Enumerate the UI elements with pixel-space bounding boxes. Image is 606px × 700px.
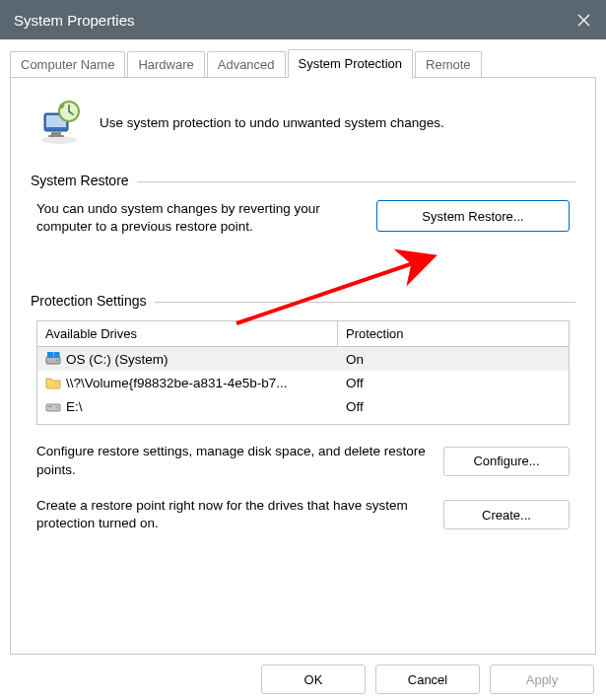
drive-row[interactable]: \\?\Volume{f98832be-a831-4e5b-b7... Off [37, 371, 569, 394]
svg-point-12 [56, 360, 58, 362]
drive-name: E:\ [66, 399, 83, 414]
drives-header: Available Drives Protection [37, 321, 569, 347]
os-drive-icon [45, 351, 61, 367]
drive-row[interactable]: OS (C:) (System) On [37, 347, 569, 371]
drive-protection: On [338, 352, 569, 367]
group-title-restore: System Restore [31, 173, 129, 188]
svg-point-14 [56, 407, 58, 409]
drive-name: OS (C:) (System) [66, 352, 168, 367]
tab-hardware[interactable]: Hardware [127, 51, 204, 77]
intro-text: Use system protection to undo unwanted s… [100, 115, 444, 130]
svg-rect-11 [54, 352, 60, 358]
divider [137, 181, 575, 182]
divider [155, 302, 575, 303]
ok-button[interactable]: OK [261, 665, 366, 694]
close-icon [577, 14, 590, 27]
apply-button[interactable]: Apply [490, 665, 594, 694]
svg-rect-15 [48, 406, 52, 407]
configure-row: Configure restore settings, manage disk … [36, 443, 570, 478]
tab-advanced[interactable]: Advanced [207, 51, 286, 77]
tab-remote[interactable]: Remote [415, 51, 482, 77]
titlebar: System Properties [0, 0, 606, 39]
create-button[interactable]: Create... [443, 500, 570, 529]
close-button[interactable] [561, 0, 606, 39]
tab-panel: Use system protection to undo unwanted s… [10, 77, 596, 655]
configure-text: Configure restore settings, manage disk … [36, 443, 434, 478]
svg-rect-5 [51, 132, 61, 135]
svg-rect-6 [48, 135, 64, 137]
tab-computer-name[interactable]: Computer Name [10, 51, 125, 77]
col-header-drives[interactable]: Available Drives [37, 321, 338, 346]
restore-text: You can undo system changes by reverting… [36, 200, 367, 236]
footer-buttons: OK Cancel Apply [10, 655, 596, 694]
create-text: Create a restore point right now for the… [36, 497, 434, 532]
intro-row: Use system protection to undo unwanted s… [36, 100, 575, 145]
drives-table: Available Drives Protection [36, 320, 570, 425]
svg-rect-10 [47, 352, 53, 358]
folder-icon [45, 375, 61, 390]
cancel-button[interactable]: Cancel [375, 665, 480, 694]
drive-protection: Off [338, 376, 569, 390]
configure-button[interactable]: Configure... [443, 447, 570, 476]
window-title: System Properties [14, 12, 135, 29]
body: Computer Name Hardware Advanced System P… [0, 39, 606, 700]
system-restore-button[interactable]: System Restore... [376, 200, 570, 232]
tab-system-protection[interactable]: System Protection [288, 49, 414, 78]
group-protection-settings: Protection Settings Available Drives Pro… [31, 293, 575, 532]
svg-point-2 [41, 136, 77, 144]
tab-strip: Computer Name Hardware Advanced System P… [10, 49, 596, 77]
window: System Properties Computer Name Hardware… [0, 0, 606, 700]
group-title-settings: Protection Settings [31, 293, 147, 309]
col-header-protection[interactable]: Protection [338, 321, 569, 346]
drive-row[interactable]: E:\ Off [37, 394, 569, 418]
group-system-restore: System Restore You can undo system chang… [31, 173, 575, 236]
drive-name: \\?\Volume{f98832be-a831-4e5b-b7... [66, 376, 287, 390]
drive-icon [45, 398, 61, 414]
drive-protection: Off [338, 399, 569, 414]
restore-icon [36, 100, 82, 145]
create-row: Create a restore point right now for the… [36, 497, 570, 532]
